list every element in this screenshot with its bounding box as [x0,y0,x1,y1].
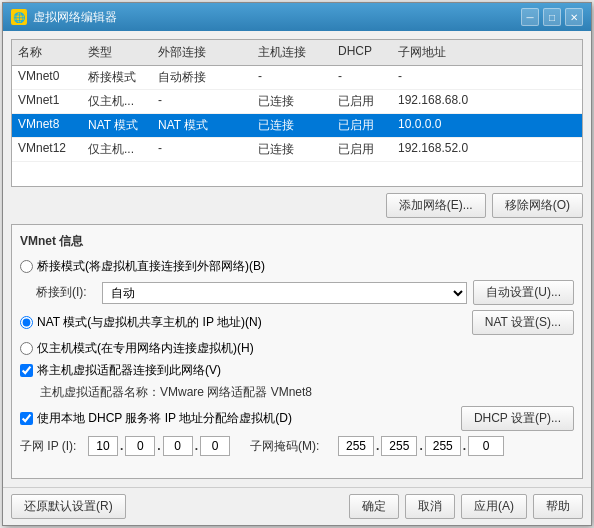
cell-external: - [156,92,256,111]
minimize-button[interactable]: ─ [521,8,539,26]
host-adapter-checkbox-label: 将主机虚拟适配器连接到此网络(V) [37,362,221,379]
subnet-ip-part2[interactable] [125,436,155,456]
subnet-mask-input: . . . [338,436,504,456]
cell-name: VMnet8 [16,116,86,135]
cell-type: NAT 模式 [86,116,156,135]
auto-settings-button[interactable]: 自动设置(U)... [473,280,574,305]
subnet-ip-label: 子网 IP (I): [20,438,80,455]
cell-subnet: 192.168.68.0 [396,92,486,111]
title-bar-left: 🌐 虚拟网络编辑器 [11,9,117,26]
table-row[interactable]: VMnet0 桥接模式 自动桥接 - - - [12,66,582,90]
cell-subnet: - [396,68,486,87]
cell-host: 已连接 [256,92,336,111]
host-only-radio[interactable] [20,342,33,355]
cell-dhcp: - [336,68,396,87]
info-section: VMnet 信息 桥接模式(将虚拟机直接连接到外部网络)(B) 桥接到(I): … [11,224,583,479]
dhcp-settings-button[interactable]: DHCP 设置(P)... [461,406,574,431]
cell-host: 已连接 [256,116,336,135]
nat-radio[interactable] [20,316,33,329]
subnet-mask-part4[interactable] [468,436,504,456]
col-external: 外部连接 [156,43,256,62]
subnet-mask-part1[interactable] [338,436,374,456]
nat-settings-button[interactable]: NAT 设置(S)... [472,310,574,335]
host-only-label: 仅主机模式(在专用网络内连接虚拟机)(H) [37,340,254,357]
cell-name: VMnet12 [16,140,86,159]
cell-type: 仅主机... [86,92,156,111]
table-buttons: 添加网络(E)... 移除网络(O) [11,193,583,218]
subnet-ip-input: . . . [88,436,230,456]
dot2: . [157,439,160,453]
dot1: . [120,439,123,453]
cell-dhcp: 已启用 [336,116,396,135]
cell-subnet: 10.0.0.0 [396,116,486,135]
cell-subnet: 192.168.52.0 [396,140,486,159]
mask-dot1: . [376,439,379,453]
maximize-button[interactable]: □ [543,8,561,26]
app-icon: 🌐 [11,9,27,25]
close-button[interactable]: ✕ [565,8,583,26]
add-network-button[interactable]: 添加网络(E)... [386,193,486,218]
cell-host: 已连接 [256,140,336,159]
mask-dot3: . [463,439,466,453]
cell-host: - [256,68,336,87]
cancel-button[interactable]: 取消 [405,494,455,519]
subnet-mask-part2[interactable] [381,436,417,456]
dot3: . [195,439,198,453]
bridge-label: 桥接模式(将虚拟机直接连接到外部网络)(B) [37,258,265,275]
adapter-name: 主机虚拟适配器名称：VMware 网络适配器 VMnet8 [40,384,574,401]
host-adapter-checkbox-row: 将主机虚拟适配器连接到此网络(V) [20,362,574,379]
table-row[interactable]: VMnet12 仅主机... - 已连接 已启用 192.168.52.0 [12,138,582,162]
dhcp-checkbox-row: 使用本地 DHCP 服务将 IP 地址分配给虚拟机(D) DHCP 设置(P).… [20,406,574,431]
title-bar-controls: ─ □ ✕ [521,8,583,26]
nat-radio-row: NAT 模式(与虚拟机共享主机的 IP 地址)(N) NAT 设置(S)... [20,310,574,335]
subnet-ip-part4[interactable] [200,436,230,456]
subnet-ip-part3[interactable] [163,436,193,456]
bridge-radio[interactable] [20,260,33,273]
col-subnet: 子网地址 [396,43,486,62]
dhcp-checkbox[interactable] [20,412,33,425]
table-row-selected[interactable]: VMnet8 NAT 模式 NAT 模式 已连接 已启用 10.0.0.0 [12,114,582,138]
subnet-mask-part3[interactable] [425,436,461,456]
cell-name: VMnet0 [16,68,86,87]
bridge-to-label: 桥接到(I): [36,284,96,301]
dhcp-checkbox-label: 使用本地 DHCP 服务将 IP 地址分配给虚拟机(D) [37,410,292,427]
cell-external: - [156,140,256,159]
restore-defaults-button[interactable]: 还原默认设置(R) [11,494,126,519]
table-row[interactable]: VMnet1 仅主机... - 已连接 已启用 192.168.68.0 [12,90,582,114]
bottom-right-buttons: 确定 取消 应用(A) 帮助 [349,494,583,519]
col-dhcp: DHCP [336,43,396,62]
info-title: VMnet 信息 [20,233,574,250]
remove-network-button[interactable]: 移除网络(O) [492,193,583,218]
mask-dot2: . [419,439,422,453]
col-host: 主机连接 [256,43,336,62]
title-bar: 🌐 虚拟网络编辑器 ─ □ ✕ [3,3,591,31]
host-only-radio-row: 仅主机模式(在专用网络内连接虚拟机)(H) [20,340,574,357]
cell-external: 自动桥接 [156,68,256,87]
table-body: VMnet0 桥接模式 自动桥接 - - - VMnet1 仅主机... - 已… [12,66,582,186]
col-name: 名称 [16,43,86,62]
bridge-radio-row: 桥接模式(将虚拟机直接连接到外部网络)(B) [20,258,574,275]
subnet-mask-label: 子网掩码(M): [250,438,330,455]
ok-button[interactable]: 确定 [349,494,399,519]
bridge-to-row: 桥接到(I): 自动 自动设置(U)... [36,280,574,305]
host-adapter-checkbox[interactable] [20,364,33,377]
subnet-ip-part1[interactable] [88,436,118,456]
help-button[interactable]: 帮助 [533,494,583,519]
apply-button[interactable]: 应用(A) [461,494,527,519]
window-title: 虚拟网络编辑器 [33,9,117,26]
table-header: 名称 类型 外部连接 主机连接 DHCP 子网地址 [12,40,582,66]
cell-name: VMnet1 [16,92,86,111]
bridge-to-select[interactable]: 自动 [102,282,467,304]
main-window: 🌐 虚拟网络编辑器 ─ □ ✕ 名称 类型 外部连接 主机连接 DHCP 子网地… [2,2,592,526]
cell-type: 桥接模式 [86,68,156,87]
network-table: 名称 类型 外部连接 主机连接 DHCP 子网地址 VMnet0 桥接模式 自动… [11,39,583,187]
cell-dhcp: 已启用 [336,92,396,111]
nat-label: NAT 模式(与虚拟机共享主机的 IP 地址)(N) [37,314,262,331]
main-content: 名称 类型 外部连接 主机连接 DHCP 子网地址 VMnet0 桥接模式 自动… [3,31,591,487]
col-type: 类型 [86,43,156,62]
cell-dhcp: 已启用 [336,140,396,159]
cell-type: 仅主机... [86,140,156,159]
subnet-row: 子网 IP (I): . . . 子网掩码(M): . . [20,436,574,456]
bottom-bar: 还原默认设置(R) 确定 取消 应用(A) 帮助 [3,487,591,525]
cell-external: NAT 模式 [156,116,256,135]
